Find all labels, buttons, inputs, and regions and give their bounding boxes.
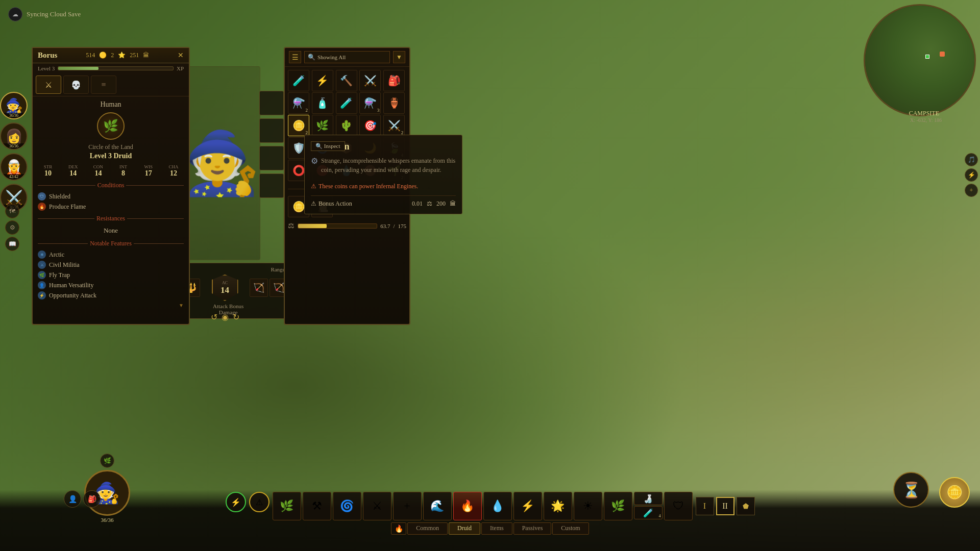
portrait-druid-icon[interactable]: 🌿 — [100, 454, 114, 468]
hotbar-tab-druid[interactable]: Druid — [449, 522, 480, 535]
inv-slot-9[interactable]: 🏺 — [383, 92, 405, 114]
inv-slot-1[interactable]: ⚡ — [312, 70, 333, 91]
hotbar-tab-passives[interactable]: Passives — [513, 522, 552, 535]
equip-offhand[interactable] — [259, 146, 284, 170]
character-panel: Borus 514 🟡 2 ⭐ 251 🏛 ✕ Level 3 XP ⚔ 💀 ≡… — [32, 47, 190, 325]
close-panel-icon[interactable]: ✕ — [178, 51, 184, 60]
hotbar-slot-11[interactable]: 🌿 — [604, 492, 632, 520]
tab-character[interactable]: ⚔ — [36, 76, 61, 94]
inventory-search[interactable]: 🔍 Showing All — [304, 51, 390, 63]
inv-slot-5[interactable]: ⚗️2 — [288, 92, 309, 114]
hotbar-flame-button[interactable]: 🔥 — [391, 522, 406, 535]
hotbar-slot-3[interactable]: ⚔ — [363, 492, 391, 520]
equip-ring2[interactable] — [259, 91, 284, 115]
character-model-area[interactable]: 🧙 — [184, 66, 260, 260]
hotbar-slot-1[interactable]: ⚒ — [303, 492, 331, 520]
inventory-filter-button[interactable]: ▼ — [393, 51, 405, 63]
timer-button[interactable]: ⏳ — [893, 472, 929, 508]
hotbar-slot-stacked: 🍶 🧪4 — [634, 492, 663, 520]
slot-count-4: 4 — [659, 514, 661, 518]
weight-max: 175 — [398, 223, 407, 229]
gold-amount: 514 — [86, 52, 95, 59]
tab-features[interactable]: ≡ — [91, 76, 116, 94]
inv-slot-3[interactable]: ⚔️ — [359, 70, 381, 91]
opportunity-icon: ⚡ — [38, 291, 46, 299]
expand-icon[interactable]: + — [965, 184, 978, 197]
minimap-coords: X: -632, Y: 186 — [910, 117, 942, 123]
hotbar-slot-10[interactable]: ☀ — [574, 492, 602, 520]
left-nav: 🗺 ⚙ 📖 — [5, 204, 19, 251]
stat-int: INT 8 — [113, 164, 134, 178]
inv-slot-0[interactable]: 🧪 — [288, 70, 309, 91]
hotbar-slot-12[interactable]: 🛡 — [664, 492, 693, 520]
inventory-menu-button[interactable]: ☰ — [289, 51, 301, 63]
attack-bonus-label: Attack Bonus — [213, 303, 243, 309]
inv-slot-12[interactable]: 🌵 — [336, 115, 357, 136]
turn-end-button[interactable]: ⬟ — [737, 497, 755, 515]
hotbar-slot-0[interactable]: 🌿 — [273, 492, 301, 520]
next-char-button[interactable]: ↻ — [233, 312, 239, 322]
inv-slot-13[interactable]: 🎯 — [359, 115, 381, 136]
right-icon-1[interactable]: 🎵 — [965, 153, 978, 166]
map-nav-icon[interactable]: 🗺 — [5, 204, 19, 218]
xp-bar-container: Level 3 XP — [33, 63, 189, 73]
gold-icon: 🟡 — [99, 52, 107, 59]
inv-slot-7[interactable]: 🧪 — [336, 92, 357, 114]
inv-slot-14[interactable]: ⚔️2 — [383, 115, 405, 136]
arctic-icon: ❄ — [38, 251, 46, 259]
center-char-button[interactable]: ◉ — [222, 312, 229, 322]
hotbar-slot-5[interactable]: 🌊 — [423, 492, 452, 520]
avatar-2[interactable]: 👩 36/36 — [0, 122, 28, 150]
stats-row: STR 10 DEX 14 CON 14 INT 8 WIS 17 CHA 12 — [38, 164, 184, 178]
ranged-weapon-slot[interactable]: 🏹 — [250, 279, 268, 297]
inspect-button[interactable]: 🔍 Inspect — [311, 141, 345, 151]
hotbar-slot-top[interactable]: 🍶 — [634, 492, 663, 505]
right-icon-2[interactable]: ⚡ — [965, 168, 978, 182]
inv-slot-8[interactable]: ⚗️3 — [359, 92, 381, 114]
hotbar-tab-common[interactable]: Common — [407, 522, 448, 535]
journal-nav-icon[interactable]: 📖 — [5, 237, 19, 251]
hotbar-slot-4[interactable]: + — [393, 492, 422, 520]
hotbar-slot-7[interactable]: 💧 — [483, 492, 512, 520]
char-body: Human 🌿 Circle of the Land Level 3 Druid… — [33, 96, 189, 311]
inventory-button[interactable]: 🎒 — [83, 490, 101, 508]
inventory-header: ☰ 🔍 Showing All ▼ — [285, 48, 409, 67]
cha-value: 12 — [163, 169, 184, 178]
turn-2-button[interactable]: II — [716, 497, 734, 515]
avatar-1[interactable]: 🧙 36/36 — [0, 92, 28, 119]
hotbar-slot-active[interactable]: 🔥 — [453, 492, 482, 520]
action-alert-button[interactable]: ⚠ — [249, 492, 270, 512]
settings-nav-icon[interactable]: ⚙ — [5, 220, 19, 235]
weight-bar — [298, 223, 377, 229]
prev-char-button[interactable]: ↺ — [211, 312, 217, 322]
minimap[interactable] — [864, 4, 976, 116]
inv-slot-4[interactable]: 🎒 — [383, 70, 405, 91]
equip-belt[interactable] — [259, 173, 284, 198]
level-label: Level 3 — [38, 65, 55, 71]
hotbar-slot-8[interactable]: ⚡ — [513, 492, 542, 520]
hotbar-slot-bottom[interactable]: 🧪4 — [634, 506, 663, 519]
showing-all-text: Showing All — [317, 54, 346, 60]
inv-slot-11[interactable]: 🌿 — [312, 115, 333, 136]
tab-spells[interactable]: 💀 — [63, 76, 89, 94]
avatar-3[interactable]: 🧝 42/42 — [0, 153, 28, 181]
gold-currency-button[interactable]: 🪙 — [939, 477, 970, 508]
inv-slot-6[interactable]: 🧴 — [312, 92, 333, 114]
turn-1-button[interactable]: I — [696, 497, 714, 515]
hotbar-slot-2[interactable]: 🌀 — [333, 492, 361, 520]
inv-slot-10[interactable]: 🪙2 — [288, 115, 309, 136]
char-sheet-button[interactable]: 👤 — [64, 490, 81, 508]
action-ready-button[interactable]: ⚡ — [226, 492, 246, 512]
equip-back[interactable] — [259, 118, 284, 143]
cha-label: CHA — [163, 164, 184, 169]
hotbar-slot-9[interactable]: 🌟 — [544, 492, 572, 520]
stat-con: CON 14 — [88, 164, 108, 178]
hotbar-tab-custom[interactable]: Custom — [552, 522, 589, 535]
char-race: Human — [38, 101, 184, 109]
hotbar-tab-items[interactable]: Items — [481, 522, 512, 535]
inv-slot-2[interactable]: 🔨 — [336, 70, 357, 91]
char-panel-header: Borus 514 🟡 2 ⭐ 251 🏛 ✕ — [33, 48, 189, 63]
str-value: 10 — [38, 169, 58, 178]
item-value: 200 — [436, 200, 446, 208]
soul-coin-tooltip: 🔍 Inspect Soul Coin ⚙ Strange, incompreh… — [304, 135, 462, 214]
